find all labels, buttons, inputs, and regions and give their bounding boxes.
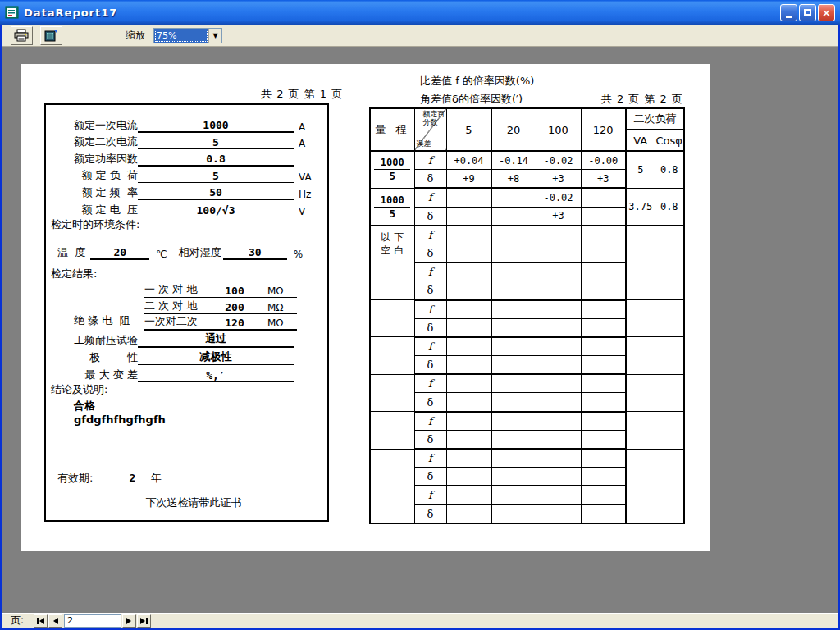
close-button[interactable]: × xyxy=(818,4,835,21)
polarity-row: 极 性 减极性 xyxy=(46,348,327,365)
last-page-button[interactable] xyxy=(137,614,151,628)
export-button[interactable] xyxy=(40,26,62,45)
dropdown-arrow-icon[interactable]: ▼ xyxy=(208,29,221,43)
f-value-cell xyxy=(446,412,491,431)
diag-top-label: 额定百分数 xyxy=(423,110,445,126)
insulation-value: 120 xyxy=(213,317,256,329)
prev-page-button[interactable] xyxy=(48,614,62,628)
delta-value-cell xyxy=(491,281,536,300)
delta-value-cell xyxy=(446,318,491,337)
delta-value-cell xyxy=(446,244,491,262)
conclusion-note: gfdgfhfhgfhgfh xyxy=(74,413,327,428)
insulation-block: 绝 缘 电 阻 一 次 对 地100MΩ二 次 对 地200MΩ一次对二次120… xyxy=(46,281,327,331)
insulation-unit: MΩ xyxy=(256,317,284,329)
field-value: 0.8 xyxy=(138,153,294,167)
f-value-cell xyxy=(491,374,536,393)
first-page-icon xyxy=(37,618,44,624)
f-row: 10005f+0.04-0.14-0.02-0.0050.8 xyxy=(370,151,684,170)
insulation-value: 200 xyxy=(213,301,256,313)
insulation-unit: MΩ xyxy=(256,285,284,297)
f-row: f xyxy=(370,262,684,281)
delta-value-cell xyxy=(446,281,491,300)
delta-value-cell xyxy=(581,244,626,262)
field-label: 额 定 频 率 xyxy=(46,185,138,200)
print-button[interactable] xyxy=(11,26,33,45)
zoom-value[interactable]: 75% xyxy=(154,29,208,43)
polarity-label: 极 性 xyxy=(46,350,138,365)
f-row: f xyxy=(370,300,684,319)
f-row: f xyxy=(370,374,684,393)
temp-unit: ℃ xyxy=(149,249,167,260)
field-value: 1000 xyxy=(138,119,294,133)
burden-cos-cell xyxy=(655,374,684,411)
f-value-cell xyxy=(581,300,626,319)
print-icon xyxy=(14,29,30,42)
range-cell xyxy=(370,412,414,449)
range-cell: 以 下空 白 xyxy=(370,226,414,262)
f-value-cell xyxy=(581,226,626,244)
range-cell xyxy=(370,449,414,486)
page-number-input[interactable] xyxy=(64,614,121,628)
humidity-unit: % xyxy=(287,249,303,260)
withstand-label: 工频耐压试验 xyxy=(46,333,138,348)
f-value-cell: -0.00 xyxy=(581,151,626,170)
delta-value-cell: +9 xyxy=(446,170,491,189)
zoom-label: 缩放 xyxy=(126,29,145,43)
burden-cos-cell xyxy=(655,337,684,374)
page1-form-box: 额定一次电流1000A额定二次电流5A额定功率因数0.8额 定 负 荷5VA额 … xyxy=(44,103,329,522)
f-value-cell xyxy=(581,449,626,468)
temp-label: 温 度 xyxy=(57,245,85,260)
burden-sub-header: Cosφ xyxy=(655,130,684,151)
burden-va-cell xyxy=(626,486,655,523)
burden-va-cell: 3.75 xyxy=(626,188,655,225)
maximize-button[interactable] xyxy=(799,4,816,21)
range-header: 量 程 xyxy=(370,108,414,151)
percent-header: 5 xyxy=(446,108,491,151)
title-bar: DataReport17 × xyxy=(0,0,840,25)
insulation-name: 一次对二次 xyxy=(144,314,213,329)
delta-value-cell xyxy=(536,356,581,375)
validity-unit: 年 xyxy=(151,472,162,484)
f-value-cell xyxy=(581,486,626,504)
field-value: 100/√3 xyxy=(138,204,294,217)
zoom-combobox[interactable]: 75% ▼ xyxy=(153,28,222,43)
f-label: f xyxy=(414,188,446,207)
env-section-title: 检定时的环境条件: xyxy=(51,217,327,232)
delta-value-cell xyxy=(536,281,581,300)
f-value-cell xyxy=(536,337,581,356)
f-label: f xyxy=(414,300,446,319)
f-value-cell xyxy=(446,188,491,207)
report-sheet: 共 2 页 第 1 页 额定一次电流1000A额定二次电流5A额定功率因数0.8… xyxy=(21,64,710,551)
f-value-cell xyxy=(536,226,581,244)
f-row: f xyxy=(370,449,684,468)
percent-header: 20 xyxy=(491,108,536,151)
rated-field-row: 额定一次电流1000A xyxy=(46,116,327,133)
variation-label: 最 大 变 差 xyxy=(46,368,138,382)
minimize-button[interactable] xyxy=(780,4,797,21)
f-value-cell xyxy=(536,449,581,468)
insulation-row: 一次对二次120MΩ xyxy=(144,314,297,331)
delta-value-cell: +3 xyxy=(536,207,581,226)
range-fraction: 10005 xyxy=(374,157,410,182)
range-denominator: 5 xyxy=(374,208,410,220)
rated-field-row: 额 定 频 率50Hz xyxy=(46,183,327,200)
f-value-cell xyxy=(491,486,536,504)
f-label: f xyxy=(414,374,446,393)
burden-va-cell: 5 xyxy=(626,151,655,188)
rated-field-row: 额 定 电 压100/√3V xyxy=(46,200,327,217)
next-page-button[interactable] xyxy=(122,614,136,628)
close-icon: × xyxy=(822,7,831,18)
first-page-button[interactable] xyxy=(34,614,48,628)
window-body: 缩放 75% ▼ 共 2 页 第 1 页 额定一次电流1000A额定二次电流5A… xyxy=(0,25,840,630)
field-value: 5 xyxy=(138,136,294,149)
conclusion-section-title: 结论及说明: xyxy=(51,382,327,397)
minimize-icon xyxy=(786,16,792,18)
delta-value-cell: +3 xyxy=(581,170,626,189)
f-label: f xyxy=(414,262,446,281)
range-numerator: 1000 xyxy=(374,157,410,170)
field-unit: A xyxy=(294,138,326,149)
rated-fields: 额定一次电流1000A额定二次电流5A额定功率因数0.8额 定 负 荷5VA额 … xyxy=(46,116,327,217)
page2-title-delta: 角差值δ的倍率因数(′) xyxy=(420,92,523,105)
delta-value-cell xyxy=(491,430,536,449)
delta-value-cell xyxy=(581,430,626,449)
